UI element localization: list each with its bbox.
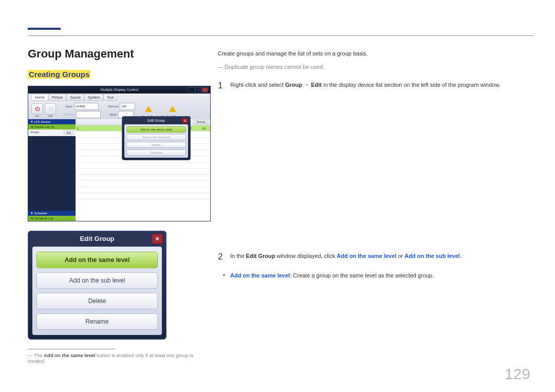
mdc-window-screenshot: Multiple Display Control – □ x Home Pict… bbox=[28, 86, 211, 221]
warning-icon[interactable] bbox=[166, 103, 179, 115]
eg-delete-button[interactable]: Delete bbox=[36, 293, 158, 309]
power-on-label: On bbox=[31, 115, 43, 118]
close-icon[interactable]: x bbox=[202, 87, 208, 92]
mute-label: Mute bbox=[110, 113, 117, 116]
sidebar-all-devices[interactable]: All Device List (1) bbox=[28, 124, 76, 129]
mdc-body: ▼ LFD Device All Device List (1) Group E… bbox=[28, 119, 210, 221]
refresh-button[interactable]: Refresh bbox=[194, 120, 208, 124]
note-duplicate: ― Duplicate group names cannot be used. bbox=[218, 63, 533, 72]
step-1: 1 Right-click and select Group → Edit in… bbox=[218, 79, 533, 94]
eg-rename-button[interactable]: Rename bbox=[36, 313, 158, 330]
right-column: Create groups and manage the list of set… bbox=[218, 47, 533, 380]
eg-button-list: Add on the same level Add on the sub lev… bbox=[32, 247, 162, 335]
channel-label: Channel bbox=[63, 113, 75, 116]
eg-title-text: Edit Group bbox=[80, 235, 114, 242]
edit-group-popup-small: Edit Group x Add on the same Level Add o… bbox=[122, 116, 191, 160]
header-accent-bar bbox=[28, 28, 61, 30]
popup-button-list: Add on the same Level Add on the sub lev… bbox=[124, 124, 188, 158]
eg-add-same-level-button[interactable]: Add on the same level bbox=[36, 252, 158, 268]
close-icon[interactable]: x bbox=[182, 118, 188, 123]
bullet-icon: • bbox=[218, 270, 230, 281]
sidebar-header-schedule[interactable]: ▼ Schedule bbox=[28, 211, 76, 216]
input-label: Input bbox=[66, 105, 72, 108]
intro-text: Create groups and manage the list of set… bbox=[218, 49, 533, 59]
page-title: Group Management bbox=[28, 47, 202, 61]
section-heading: Creating Groups bbox=[28, 70, 202, 79]
warning-icon[interactable] bbox=[142, 103, 155, 115]
page-number: 129 bbox=[505, 365, 530, 383]
step-2-text: In the Edit Group window displayed, clic… bbox=[230, 250, 461, 265]
eg-add-sub-level-button[interactable]: Add on the sub level bbox=[36, 272, 158, 289]
mdc-tabs: Home Picture Sound System Tool bbox=[31, 94, 117, 101]
sidebar-all-schedule[interactable]: All Schedule List bbox=[28, 216, 76, 221]
tab-system[interactable]: System bbox=[84, 94, 103, 101]
tab-tool[interactable]: Tool bbox=[103, 94, 117, 101]
eg-titlebar: Edit Group × bbox=[28, 231, 166, 247]
tab-home[interactable]: Home bbox=[31, 94, 48, 101]
grid-cell-extra: 21 bbox=[201, 125, 210, 131]
close-icon[interactable]: × bbox=[152, 234, 163, 244]
minimize-icon[interactable]: – bbox=[189, 87, 195, 92]
mdc-grid: Refresh 1 ower HDMI2 21 bbox=[76, 119, 210, 221]
step-number: 2 bbox=[218, 250, 230, 265]
bullet-text: Add on the same level: Create a group on… bbox=[230, 270, 434, 281]
footnote: ― The Add on the same level button is en… bbox=[28, 352, 202, 364]
edit-group-dialog-screenshot: Edit Group × Add on the same level Add o… bbox=[28, 231, 166, 340]
power-off-label: Off bbox=[45, 115, 56, 118]
popup-rename-button[interactable]: Rename bbox=[126, 150, 186, 156]
sidebar-group-label: Group bbox=[30, 130, 39, 135]
sidebar-group-row[interactable]: Group Edit bbox=[28, 129, 76, 136]
volume-label: Volume bbox=[108, 105, 118, 108]
channel-select bbox=[76, 111, 101, 118]
step-number: 1 bbox=[218, 79, 230, 94]
popup-add-sub-level-button[interactable]: Add on the sub level bbox=[126, 134, 186, 140]
tab-sound[interactable]: Sound bbox=[66, 94, 84, 101]
popup-title: Edit Group x bbox=[124, 119, 188, 122]
popup-add-same-level-button[interactable]: Add on the same Level bbox=[126, 126, 186, 133]
power-on-icon[interactable]: ⏻ bbox=[31, 103, 43, 115]
step-1-text: Right-click and select Group → Edit in t… bbox=[230, 79, 501, 94]
input-group: Input HDMI2 Channel bbox=[63, 103, 101, 118]
mdc-sidebar: ▼ LFD Device All Device List (1) Group E… bbox=[28, 119, 76, 221]
footnote-rule bbox=[28, 349, 115, 349]
sidebar-edit-button[interactable]: Edit bbox=[64, 130, 73, 135]
step-2: 2 In the Edit Group window displayed, cl… bbox=[218, 250, 533, 265]
power-off-icon[interactable]: ⏻ bbox=[45, 103, 56, 115]
header-rule bbox=[28, 35, 533, 36]
bullet-same-level: • Add on the same level: Create a group … bbox=[218, 270, 533, 281]
volume-value[interactable]: 100 bbox=[120, 103, 135, 110]
left-column: Group Management Creating Groups Multipl… bbox=[28, 47, 218, 380]
mdc-title-text: Multiple Display Control bbox=[100, 88, 138, 91]
power-group: ⏻ On ⏻ Off bbox=[31, 103, 56, 118]
tab-picture[interactable]: Picture bbox=[48, 94, 67, 101]
page-content: Group Management Creating Groups Multipl… bbox=[28, 47, 533, 380]
grid-cell-id: 1 bbox=[76, 125, 84, 131]
mdc-window-controls: – □ x bbox=[189, 87, 208, 92]
maximize-icon[interactable]: □ bbox=[195, 87, 201, 92]
popup-delete-button[interactable]: Delete bbox=[126, 142, 186, 148]
sidebar-header-lfd[interactable]: ▼ LFD Device bbox=[28, 119, 76, 124]
input-select[interactable]: HDMI2 bbox=[74, 103, 99, 110]
mdc-titlebar: Multiple Display Control – □ x bbox=[28, 86, 210, 94]
